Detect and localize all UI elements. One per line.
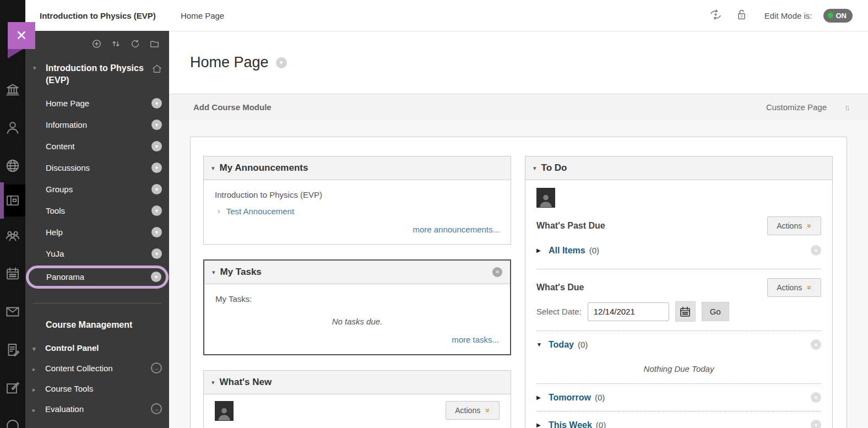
today-count: (0) [578,340,588,349]
chevron-down-icon[interactable]: ▾ [151,141,162,151]
module-to-do: ▾ To Do What's Past Due Actions » [525,156,833,428]
module-whats-new: ▾ What's New Actions » [203,370,511,428]
menu-item-help[interactable]: Help ▾ [25,221,169,243]
calendar-picker-button[interactable] [675,301,696,322]
chevron-down-icon[interactable]: ▾ [811,392,821,403]
module-toolbar: Add Course Module Customize Page ↑↓ [169,94,868,120]
breadcrumb[interactable]: Home Page [181,11,224,20]
chevron-down-icon[interactable]: ▾ [151,184,162,194]
control-panel-toggle[interactable]: ▾ Control Panel [25,338,169,358]
expand-caret-icon: ▸ [32,364,45,373]
edit-tools-icon[interactable] [0,369,25,407]
customize-page-button[interactable]: Customize Page [766,102,827,112]
chevron-down-icon[interactable]: ▾ [151,205,162,216]
edit-mode-on-indicator [828,13,833,18]
go-button[interactable]: Go [702,302,729,321]
past-due-actions-button[interactable]: Actions » [767,216,821,235]
collapse-module-icon[interactable]: ▾ [211,379,215,386]
control-panel-course-tools[interactable]: ▸ Course Tools [25,378,169,399]
date-input[interactable] [588,302,669,321]
more-tasks-link[interactable]: more tasks... [452,335,499,344]
folder-view-icon[interactable] [149,39,160,49]
help-circle-icon[interactable] [0,407,25,428]
chevron-down-icon[interactable]: ▾ [151,162,162,173]
chevron-down-icon[interactable]: ▾ [151,227,162,237]
control-panel-content-collection[interactable]: ▸ Content Collection → [25,358,169,378]
calendar-icon[interactable] [0,254,25,292]
course-management-heading: Course Management [25,304,169,338]
expand-triangle-icon[interactable]: ▶ [536,394,549,400]
menu-item-information[interactable]: Information ▾ [25,114,169,136]
menu-item-yuja[interactable]: YuJa ▾ [25,243,169,264]
menu-item-tools[interactable]: Tools ▾ [25,200,169,221]
chevron-down-icon[interactable]: ▾ [151,272,161,282]
this-week-link[interactable]: This Week [549,420,592,428]
announcement-course-name: Introduction to Physics (EVP) [215,190,500,199]
page-title: Home Page [190,54,269,71]
whats-new-actions-button[interactable]: Actions » [446,401,500,420]
menu-item-content[interactable]: Content ▾ [25,136,169,157]
expand-triangle-icon[interactable]: ▶ [536,247,549,253]
tomorrow-count: (0) [595,393,605,402]
messages-icon[interactable] [0,292,25,331]
row-divider [536,411,821,411]
page-title-chevron-icon[interactable]: ▾ [276,57,287,68]
more-announcements-link[interactable]: more announcements... [413,225,500,234]
institution-icon[interactable] [0,71,25,109]
main-content: Home Page ▾ Add Course Module Customize … [169,31,868,428]
globe-icon[interactable] [0,147,25,185]
edit-mode-value: ON [836,12,847,20]
collapse-caret-icon[interactable]: ▾ [33,62,46,87]
control-panel-evaluation[interactable]: ▸ Evaluation → [25,399,169,419]
tomorrow-row: ▶ Tomorrow (0) ▾ [536,387,821,408]
open-in-new-icon[interactable]: → [151,362,162,373]
chevron-down-icon[interactable]: ▾ [151,120,162,130]
course-menu-header[interactable]: ▾ Introduction to Physics (EVP) [25,53,169,89]
student-preview-icon[interactable] [708,7,723,24]
refresh-icon[interactable] [130,39,140,49]
annotation-close-icon[interactable]: ✕ [8,22,35,49]
chevron-down-icon[interactable]: ▾ [151,98,162,109]
chevron-down-icon[interactable]: ▾ [811,245,821,256]
collapse-module-icon[interactable]: ▾ [212,269,215,276]
edit-mode-toggle[interactable]: ON [823,9,853,23]
today-link[interactable]: Today [549,340,574,350]
unlock-icon[interactable]: 0 [734,7,749,24]
course-menu-title: Introduction to Physics (EVP) [46,62,151,87]
chevron-down-icon[interactable]: ▾ [151,248,162,259]
collapse-triangle-icon[interactable]: ▼ [536,342,549,348]
angle-right-icon: › [218,207,220,216]
row-divider [536,331,821,331]
close-module-icon[interactable]: ✕ [492,267,502,277]
announcement-link[interactable]: Test Annoucement [226,207,294,216]
menu-item-discussions[interactable]: Discussions ▾ [25,157,169,178]
collapse-caret-icon: ▾ [32,343,45,353]
expand-triangle-icon[interactable]: ▶ [536,422,549,428]
add-course-module-button[interactable]: Add Course Module [193,102,272,112]
menu-item-panorama[interactable]: Panorama ▾ [26,266,169,289]
collapse-module-icon[interactable]: ▾ [211,165,215,172]
grades-icon[interactable] [0,331,25,369]
community-icon[interactable] [0,216,25,254]
modules-container: ▾ My Announcements Introduction to Physi… [190,137,847,428]
open-in-new-icon[interactable]: → [151,403,162,414]
reorder-modules-icon[interactable]: ↑↓ [844,102,848,112]
menu-item-home-page[interactable]: Home Page ▾ [25,93,169,114]
expand-caret-icon: ▸ [32,404,45,414]
whats-due-actions-button[interactable]: Actions » [767,278,821,297]
avatar [536,188,555,208]
tomorrow-link[interactable]: Tomorrow [549,393,591,403]
announcement-item[interactable]: › Test Annoucement [218,207,500,216]
all-items-link[interactable]: All Items [549,246,585,256]
collapse-module-icon[interactable]: ▾ [533,165,536,172]
chevron-down-icon[interactable]: ▾ [811,420,821,428]
courses-icon[interactable] [0,185,25,216]
module-my-tasks: ▾ My Tasks ✕ My Tasks: No tasks due. mor… [203,259,511,355]
chevron-down-icon[interactable]: ▾ [811,339,821,350]
all-items-row: ▶ All Items (0) ▾ [536,240,821,261]
reorder-icon[interactable] [111,39,121,49]
select-date-label: Select Date: [536,307,582,316]
profile-icon[interactable] [0,109,25,147]
menu-item-groups[interactable]: Groups ▾ [25,178,169,200]
add-menu-item-icon[interactable] [91,39,102,49]
